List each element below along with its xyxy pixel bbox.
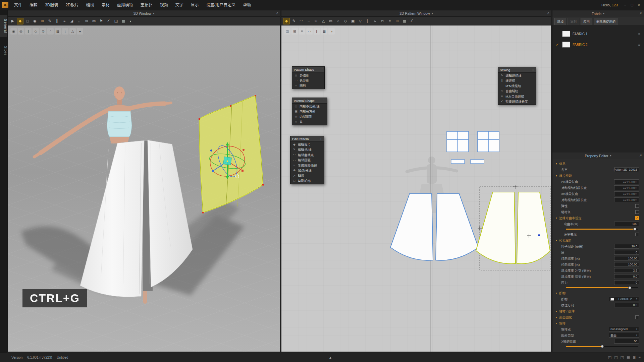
panel-header[interactable]: Sewing ∷ bbox=[498, 67, 536, 73]
rectangle-icon[interactable]: ▭ bbox=[327, 18, 334, 24]
transform-pattern-icon[interactable]: ◆ bbox=[283, 18, 290, 24]
tool-item[interactable]: ∥线缝纫 bbox=[498, 78, 536, 83]
property-checkbox[interactable] bbox=[635, 210, 639, 214]
show-internal-lines-icon[interactable]: ◇ bbox=[33, 28, 39, 35]
render-icon[interactable]: ◐ bbox=[127, 18, 134, 24]
property-checkbox[interactable] bbox=[635, 204, 639, 208]
layout-1-icon[interactable]: ◰ bbox=[608, 355, 611, 360]
tone-view-icon[interactable]: ◑ bbox=[328, 28, 335, 35]
section-arrow-icon[interactable]: ▾ bbox=[556, 174, 559, 177]
panel-header[interactable]: Internal Shape ∷ bbox=[292, 98, 327, 104]
texture-icon[interactable]: ▦ bbox=[401, 18, 408, 24]
tool-item[interactable]: ✓检查缝纫线长度 bbox=[498, 99, 536, 104]
panel-header[interactable]: Pattern Shape ∷ bbox=[292, 67, 324, 72]
show-silhouette-icon[interactable]: ◫ bbox=[284, 28, 290, 35]
show-seam-allowance-icon[interactable]: ▭ bbox=[306, 28, 313, 35]
undock-icon[interactable]: ↗ bbox=[547, 11, 549, 15]
show-arrangement-points-icon[interactable]: ∴ bbox=[47, 28, 54, 35]
list-icon[interactable]: ≡ bbox=[639, 355, 641, 360]
show-avatar-icon[interactable]: ◉ bbox=[10, 28, 17, 35]
property-section[interactable]: ▾模拟属性 bbox=[552, 237, 644, 243]
menu-item[interactable]: 显示 bbox=[187, 0, 203, 10]
undock-icon[interactable]: ↗ bbox=[276, 11, 278, 15]
free-sewing-icon[interactable]: ≈ bbox=[61, 18, 68, 24]
style-icon[interactable]: ● bbox=[77, 28, 83, 35]
measure-icon[interactable]: ∠ bbox=[409, 18, 415, 24]
menu-item[interactable]: 文件 bbox=[10, 0, 26, 10]
tab-store[interactable]: Store bbox=[0, 42, 7, 60]
chevron-down-icon[interactable]: ▾ bbox=[153, 12, 154, 15]
2d-window-header[interactable]: 2D Pattern Window ▾ ↗ bbox=[281, 10, 551, 17]
flatten-icon[interactable]: ▭ bbox=[91, 18, 97, 24]
property-dropdown[interactable]: 曲面▾ bbox=[609, 333, 639, 338]
property-value[interactable]: 100.00 bbox=[614, 256, 639, 261]
property-checkbox[interactable] bbox=[635, 233, 639, 236]
tool-item[interactable]: ◆编辑板片 bbox=[290, 142, 324, 147]
property-value[interactable]: 100.00 bbox=[614, 262, 639, 267]
internal-rectangle-icon[interactable]: ▣ bbox=[350, 18, 356, 24]
segment-sewing-icon[interactable]: ∥ bbox=[54, 18, 60, 24]
edit-curve-icon[interactable]: ◠ bbox=[298, 18, 305, 24]
layout-grid-icon[interactable]: ▦ bbox=[627, 355, 630, 360]
menu-item[interactable]: 视频 bbox=[156, 0, 172, 10]
texture-view-icon[interactable]: ▦ bbox=[321, 28, 327, 35]
property-slider[interactable] bbox=[552, 286, 644, 290]
pivot-point[interactable] bbox=[538, 234, 540, 236]
tool-item[interactable]: ▭长方形 bbox=[292, 78, 324, 83]
layout-tabs-icon[interactable]: ⊞ bbox=[633, 355, 636, 360]
internal-polygon-icon[interactable]: ◇ bbox=[342, 18, 349, 24]
menu-item[interactable]: 2D板片 bbox=[62, 0, 82, 10]
close-icon[interactable]: × bbox=[638, 3, 640, 7]
expand-bottom-icon[interactable]: ▲ bbox=[329, 356, 332, 359]
show-avatar-mesh-icon[interactable]: ▦ bbox=[55, 28, 61, 35]
drag-handle-icon[interactable]: ∷ bbox=[321, 68, 323, 71]
menu-item[interactable]: 3D服装 bbox=[41, 0, 62, 10]
property-section[interactable]: ▸形态固化 bbox=[552, 314, 644, 320]
grid-icon[interactable]: ▦ bbox=[120, 18, 127, 24]
tool-item[interactable]: ▣内部长方形 bbox=[292, 109, 327, 114]
property-editor-header[interactable]: Property Editor ▾ ↗ bbox=[552, 153, 644, 159]
seam-allowance-icon[interactable]: ≡ bbox=[386, 18, 393, 24]
tab-general[interactable]: General bbox=[0, 15, 7, 37]
show-grid-icon[interactable]: ⊞ bbox=[291, 28, 298, 35]
undock-icon[interactable]: ↗ bbox=[639, 154, 642, 157]
section-arrow-icon[interactable]: ▾ bbox=[556, 292, 559, 295]
property-value[interactable]: 0 bbox=[614, 280, 639, 285]
fixed-pin-icon[interactable]: ◉ bbox=[32, 18, 38, 24]
tool-item[interactable]: ⋮M:N线缝纫 bbox=[498, 83, 536, 88]
snapshot-icon[interactable]: ◫ bbox=[113, 18, 119, 24]
property-slider[interactable] bbox=[552, 227, 644, 231]
edit-sewing-icon[interactable]: ✂ bbox=[379, 18, 386, 24]
layout-3-icon[interactable]: ◳ bbox=[621, 355, 624, 360]
property-checkbox[interactable] bbox=[635, 315, 639, 319]
menu-item[interactable]: 素材 bbox=[98, 0, 113, 10]
menu-item[interactable]: 重拓扑 bbox=[137, 0, 156, 10]
property-value[interactable]: 50 bbox=[614, 339, 639, 344]
fabric-item[interactable]: ✓ FABRIC 1 ≡ bbox=[552, 28, 644, 39]
avatar-display-icon[interactable]: △ bbox=[69, 28, 76, 35]
property-value[interactable]: 0.0 bbox=[614, 274, 639, 279]
select-move-icon[interactable]: ◆ bbox=[17, 18, 23, 24]
property-value[interactable]: 100 bbox=[614, 222, 639, 226]
simulate-icon[interactable]: ▶ bbox=[9, 18, 16, 24]
panel-header[interactable]: Edit Pattern ∷ bbox=[290, 136, 324, 142]
tool-item[interactable]: □勾勒轮廓 bbox=[290, 178, 324, 184]
fabric-action-button[interactable]: 增加 bbox=[554, 18, 566, 25]
3d-viewport[interactable]: ◉◎∥◇⊙∴▦↕△● bbox=[7, 25, 280, 352]
fabric-menu-icon[interactable]: ≡ bbox=[638, 32, 640, 36]
app-logo-icon[interactable]: ◆ bbox=[2, 2, 8, 8]
section-arrow-icon[interactable]: ▾ bbox=[556, 239, 559, 242]
property-section[interactable]: ▸粘衬 / 削薄 bbox=[552, 308, 644, 314]
tool-item[interactable]: ◡编辑圆弧 bbox=[290, 158, 324, 163]
section-arrow-icon[interactable]: ▾ bbox=[556, 162, 559, 165]
select-mesh-icon[interactable]: □ bbox=[24, 18, 31, 24]
2d-viewport[interactable]: ◫⊞≡▭∥▦◑ bbox=[281, 25, 551, 352]
property-section[interactable]: ▾织物 bbox=[552, 290, 644, 296]
3d-window-header[interactable]: 3D Window ▾ ↗ bbox=[7, 10, 280, 17]
menu-item[interactable]: 帮助 bbox=[239, 0, 255, 10]
fabric-action-button[interactable]: 复制 bbox=[568, 18, 579, 25]
tool-item[interactable]: ✎编辑缝纫线 bbox=[498, 73, 536, 78]
menu-item[interactable]: 设置/用户自定义 bbox=[203, 0, 239, 10]
gizmo-icon[interactable]: ⊕ bbox=[83, 18, 90, 24]
dart-icon[interactable]: ▽ bbox=[357, 18, 364, 24]
